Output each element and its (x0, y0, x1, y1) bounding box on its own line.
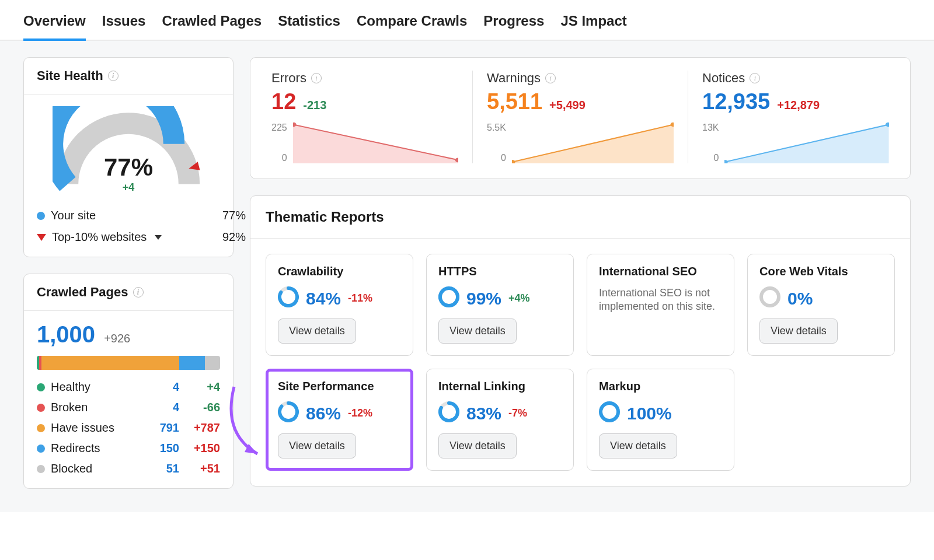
view-details-button[interactable]: View details (438, 318, 517, 344)
spark-ymin: 0 (702, 153, 719, 163)
report-card-internal-linking: Internal Linking 83% -7% View details (426, 369, 574, 471)
crawled-row-count: 4 (144, 380, 179, 394)
report-title: Crawlability (278, 265, 401, 278)
metrics-card: Errors i 12 -213 2250 Warnings i 5,511 +… (250, 57, 911, 179)
crawled-row-label: Have issues (51, 421, 114, 435)
svg-point-15 (761, 288, 779, 306)
view-details-button[interactable]: View details (278, 433, 356, 459)
svg-point-19 (601, 403, 618, 421)
metric-warnings[interactable]: Warnings i 5,511 +5,499 5.5K0 (473, 71, 688, 163)
donut-icon (278, 286, 299, 310)
spark-ymin: 0 (271, 153, 287, 163)
crawled-row-label: Healthy (51, 380, 90, 394)
report-title: International SEO (599, 265, 722, 278)
view-details-button[interactable]: View details (599, 433, 677, 459)
tab-compare-crawls[interactable]: Compare Crawls (357, 13, 467, 41)
right-column: Errors i 12 -213 2250 Warnings i 5,511 +… (250, 57, 911, 487)
metric-delta: +12,879 (777, 99, 820, 112)
crawled-list: Healthy 4 +4 Broken 4 -66 Have issues 79… (37, 380, 220, 475)
segment-blocked (205, 356, 220, 370)
tab-js-impact[interactable]: JS Impact (560, 13, 626, 41)
chevron-down-icon (155, 235, 162, 240)
metric-notices[interactable]: Notices i 12,935 +12,879 13K0 (688, 71, 903, 163)
crawled-segments-bar (37, 356, 220, 370)
crawled-row-count: 51 (144, 462, 179, 475)
info-icon[interactable]: i (545, 73, 556, 83)
crawled-row-count: 791 (144, 421, 179, 435)
site-health-delta: +4 (53, 181, 204, 194)
segment-redirects (179, 356, 205, 370)
report-delta: -11% (348, 292, 372, 304)
legend-your-site: Your site 77% (37, 209, 246, 222)
crawled-row[interactable]: Healthy 4 +4 (37, 380, 220, 394)
site-health-legend: Your site 77% Top-10% websites 92% (24, 201, 259, 257)
donut-icon (759, 286, 780, 310)
site-health-gauge: 77% +4 (24, 94, 233, 201)
crawled-row[interactable]: Blocked 51 +51 (37, 462, 220, 475)
spark-ymin: 0 (487, 153, 506, 163)
report-card-site-performance: Site Performance 86% -12% View details (266, 369, 413, 471)
report-percent: 100% (627, 404, 672, 424)
donut-icon (278, 401, 299, 425)
tabs-bar: OverviewIssuesCrawled PagesStatisticsCom… (0, 0, 934, 41)
view-details-button[interactable]: View details (278, 318, 356, 344)
tab-overview[interactable]: Overview (23, 13, 86, 41)
legend-label: Your site (51, 209, 217, 222)
report-title: Markup (599, 380, 722, 393)
metric-label: Errors (271, 71, 306, 86)
info-icon[interactable]: i (750, 73, 760, 83)
svg-point-7 (512, 160, 515, 163)
metric-label: Warnings (487, 71, 541, 86)
crawled-row-label: Broken (51, 401, 88, 414)
site-health-card: Site Health i 77% +4 (23, 57, 234, 257)
spark-ymax: 13K (702, 123, 719, 133)
donut-icon (438, 401, 459, 425)
info-icon[interactable]: i (311, 73, 322, 83)
left-column: Site Health i 77% +4 (23, 57, 234, 489)
tab-issues[interactable]: Issues (102, 13, 146, 41)
report-card-https: HTTPS 99% +4% View details (426, 254, 574, 356)
legend-label: Top-10% websites (52, 230, 147, 244)
thematic-reports-card: Thematic Reports Crawlability 84% -11% V… (250, 195, 911, 487)
report-message: International SEO is not implemented on … (599, 286, 722, 314)
report-card-markup: Markup 100% View details (587, 369, 734, 471)
legend-top10[interactable]: Top-10% websites 92% (37, 230, 246, 244)
report-percent: 84% (306, 289, 341, 309)
crawled-row[interactable]: Have issues 791 +787 (37, 421, 220, 435)
view-details-button[interactable]: View details (759, 318, 838, 344)
info-icon[interactable]: i (133, 287, 144, 298)
tab-progress[interactable]: Progress (483, 13, 544, 41)
tab-crawled-pages[interactable]: Crawled Pages (162, 13, 262, 41)
svg-point-11 (724, 160, 728, 163)
site-health-header: Site Health i (24, 58, 233, 94)
info-icon[interactable]: i (108, 71, 119, 81)
crawled-row[interactable]: Redirects 150 +150 (37, 442, 220, 455)
dot-icon (37, 383, 45, 391)
report-card-crawlability: Crawlability 84% -11% View details (266, 254, 413, 356)
report-card-international-seo: International SEOInternational SEO is no… (587, 254, 734, 356)
donut-icon (599, 401, 620, 425)
crawled-row-delta: +787 (179, 421, 220, 435)
site-health-title: Site Health (37, 68, 103, 83)
tab-statistics[interactable]: Statistics (278, 13, 340, 41)
crawled-pages-card: Crawled Pages i 1,000 +926 Healthy 4 +4 … (23, 274, 234, 489)
report-percent: 86% (306, 404, 341, 424)
report-delta: -12% (348, 407, 372, 419)
crawled-pages-header: Crawled Pages i (24, 274, 233, 311)
legend-value: 77% (222, 209, 246, 222)
crawled-row-label: Redirects (51, 442, 100, 455)
crawled-row-delta: +4 (179, 380, 220, 394)
site-health-value: 77% (53, 153, 204, 181)
crawled-row-count: 4 (144, 401, 179, 414)
crawled-row[interactable]: Broken 4 -66 (37, 401, 220, 414)
crawled-pages-total-row: 1,000 +926 (37, 321, 220, 348)
crawled-row-delta: +150 (179, 442, 220, 455)
metric-delta: +5,499 (549, 99, 586, 112)
report-card-core-web-vitals: Core Web Vitals 0% View details (747, 254, 895, 356)
report-delta: +4% (508, 292, 530, 304)
view-details-button[interactable]: View details (438, 433, 517, 459)
metric-errors[interactable]: Errors i 12 -213 2250 (257, 71, 473, 163)
dot-icon (37, 444, 45, 453)
crawled-row-delta: +51 (179, 462, 220, 475)
sparkline (293, 123, 458, 163)
